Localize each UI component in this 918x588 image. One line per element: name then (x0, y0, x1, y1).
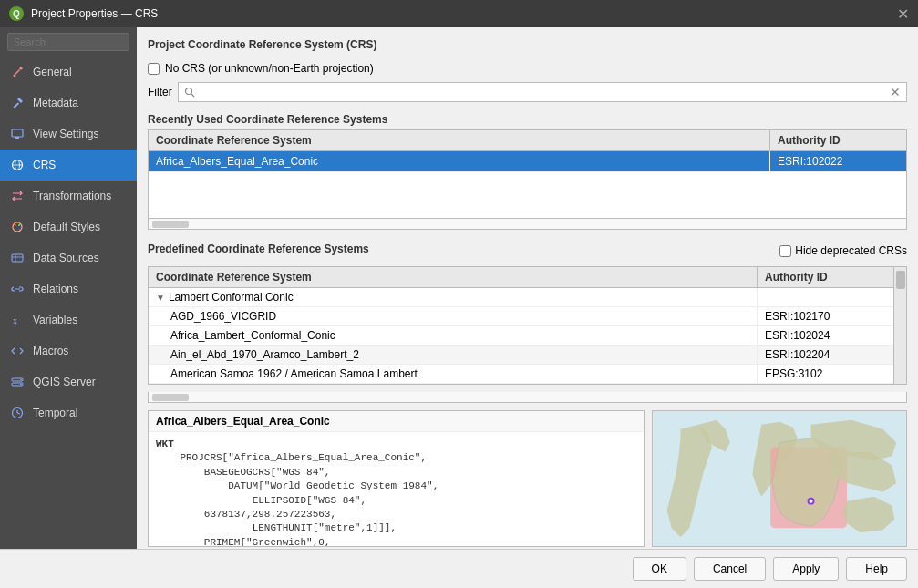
table-row[interactable]: Africa_Albers_Equal_Area_Conic ESRI:1020… (149, 151, 906, 172)
tree-row-2[interactable]: Africa_Lambert_Conformal_Conic ESRI:1020… (149, 326, 893, 346)
tree-cell-4: American Samoa 1962 / American Samoa Lam… (163, 365, 757, 383)
recently-used-title: Recently Used Coordinate Reference Syste… (148, 113, 907, 126)
pred-col-header-authority: Authority ID (757, 267, 893, 287)
svg-point-18 (20, 379, 22, 381)
svg-point-19 (20, 384, 22, 386)
svg-point-0 (14, 75, 16, 77)
recently-used-section: Recently Used Coordinate Reference Syste… (148, 113, 907, 230)
tree-auth-1: ESRI:102170 (757, 307, 893, 325)
predefined-table-container: Coordinate Reference System Authority ID… (148, 266, 907, 385)
filter-clear-button[interactable]: ✕ (890, 85, 901, 99)
hide-deprecated-checkbox[interactable] (779, 245, 791, 257)
tree-group-label: Lambert Conformal Conic (169, 291, 294, 304)
sidebar-item-label-data-sources: Data Sources (33, 252, 99, 264)
table-cell-crs: Africa_Albers_Equal_Area_Conic (149, 151, 769, 171)
svg-point-11 (18, 228, 20, 230)
sidebar-item-label-default-styles: Default Styles (33, 221, 100, 233)
sidebar-item-default-styles[interactable]: Default Styles (0, 211, 137, 242)
sidebar-item-temporal[interactable]: Temporal (0, 397, 137, 428)
sidebar-item-crs[interactable]: CRS (0, 150, 137, 181)
sidebar-search-input[interactable] (7, 33, 129, 51)
svg-marker-2 (17, 98, 23, 103)
svg-text:x: x (13, 315, 17, 325)
hide-deprecated-wrap: Hide deprecated CRSs (779, 244, 907, 257)
window-title: Project Properties — CRS (31, 7, 890, 20)
h-scrollbar[interactable] (148, 219, 907, 230)
wkt-content: WKT PROJCRS["Africa_Albers_Equal_Area_Co… (149, 432, 644, 546)
content-panel: Project Coordinate Reference System (CRS… (137, 27, 918, 549)
help-button[interactable]: Help (846, 557, 907, 581)
filter-label: Filter (148, 86, 172, 98)
sidebar-item-label-transformations: Transformations (33, 190, 111, 202)
recently-used-table: Coordinate Reference System Authority ID… (148, 129, 907, 219)
no-crs-checkbox[interactable] (148, 63, 160, 75)
predefined-title: Predefined Coordinate Reference Systems (148, 242, 369, 255)
sidebar-item-general[interactable]: General (0, 57, 137, 88)
predefined-table-body: Coordinate Reference System Authority ID… (149, 267, 893, 384)
sidebar-item-relations[interactable]: Relations (0, 273, 137, 304)
predefined-table-header: Coordinate Reference System Authority ID (149, 267, 893, 288)
svg-rect-1 (13, 102, 19, 108)
sidebar-item-label-general: General (33, 66, 72, 78)
svg-point-10 (18, 224, 20, 226)
v-scrollbar[interactable] (893, 267, 906, 384)
ok-button[interactable]: OK (633, 557, 686, 581)
tree-auth-4: EPSG:3102 (757, 365, 893, 383)
filter-input-wrap: 102 ✕ (178, 82, 907, 102)
pred-h-scrollbar[interactable] (148, 392, 907, 403)
wkt-panel: Africa_Albers_Equal_Area_Conic WKT PROJC… (148, 410, 645, 547)
titlebar: Q Project Properties — CRS ✕ (0, 0, 918, 27)
sidebar-item-data-sources[interactable]: Data Sources (0, 242, 137, 273)
tree-cell-3: Ain_el_Abd_1970_Aramco_Lambert_2 (163, 346, 757, 364)
code-icon (9, 343, 26, 359)
cancel-button[interactable]: Cancel (694, 557, 766, 581)
map-panel (652, 410, 907, 547)
tree-cell-1: AGD_1966_VICGRID (163, 307, 757, 325)
arrows-icon (9, 188, 26, 204)
sidebar-item-macros[interactable]: Macros (0, 335, 137, 366)
crs-section-title: Project Coordinate Reference System (CRS… (148, 38, 907, 51)
sidebar: General Metadata View Settings CRS (0, 27, 137, 549)
tree-row-3[interactable]: Ain_el_Abd_1970_Aramco_Lambert_2 ESRI:10… (149, 346, 893, 365)
svg-rect-4 (15, 137, 19, 139)
svg-point-9 (15, 224, 16, 226)
close-button[interactable]: ✕ (897, 5, 909, 23)
svg-point-28 (810, 500, 813, 503)
sidebar-item-label-variables: Variables (33, 314, 77, 326)
tree-cell-group: ▼ Lambert Conformal Conic (149, 288, 757, 306)
apply-button[interactable]: Apply (773, 557, 839, 581)
tree-cell-auth-group (757, 288, 893, 306)
table-icon (9, 250, 26, 266)
sidebar-item-view-settings[interactable]: View Settings (0, 119, 137, 150)
search-icon (184, 87, 195, 98)
svg-line-24 (191, 94, 194, 97)
empty-space (149, 172, 906, 218)
sidebar-item-label-crs: CRS (33, 159, 56, 171)
sidebar-item-label-metadata: Metadata (33, 97, 78, 109)
sidebar-search-wrap (0, 27, 137, 57)
hide-deprecated-label: Hide deprecated CRSs (795, 244, 907, 257)
wkt-title: Africa_Albers_Equal_Area_Conic (149, 411, 644, 432)
sidebar-item-transformations[interactable]: Transformations (0, 181, 137, 211)
wkt-label: WKT (156, 438, 636, 451)
sidebar-item-label-relations: Relations (33, 283, 78, 295)
app-icon: Q (9, 6, 24, 21)
filter-row: Filter 102 ✕ (148, 82, 907, 102)
sidebar-item-qgis-server[interactable]: QGIS Server (0, 366, 137, 397)
filter-input[interactable]: 102 (199, 86, 886, 98)
tree-row-4[interactable]: American Samoa 1962 / American Samoa Lam… (149, 365, 893, 384)
expand-icon: ▼ (156, 293, 165, 303)
sidebar-item-metadata[interactable]: Metadata (0, 88, 137, 119)
main-content: General Metadata View Settings CRS (0, 27, 918, 549)
bottom-section: Africa_Albers_Equal_Area_Conic WKT PROJC… (148, 410, 907, 547)
col-header-authority: Authority ID (769, 130, 906, 150)
svg-point-23 (185, 88, 191, 95)
map-svg (653, 411, 906, 546)
tree-row-group[interactable]: ▼ Lambert Conformal Conic (149, 288, 893, 307)
sidebar-item-label-temporal: Temporal (33, 407, 77, 419)
v-scroll-thumb (896, 271, 905, 289)
tree-auth-3: ESRI:102204 (757, 346, 893, 364)
sidebar-item-variables[interactable]: x Variables (0, 304, 137, 335)
tree-row-1[interactable]: AGD_1966_VICGRID ESRI:102170 (149, 307, 893, 326)
palette-icon (9, 219, 26, 235)
